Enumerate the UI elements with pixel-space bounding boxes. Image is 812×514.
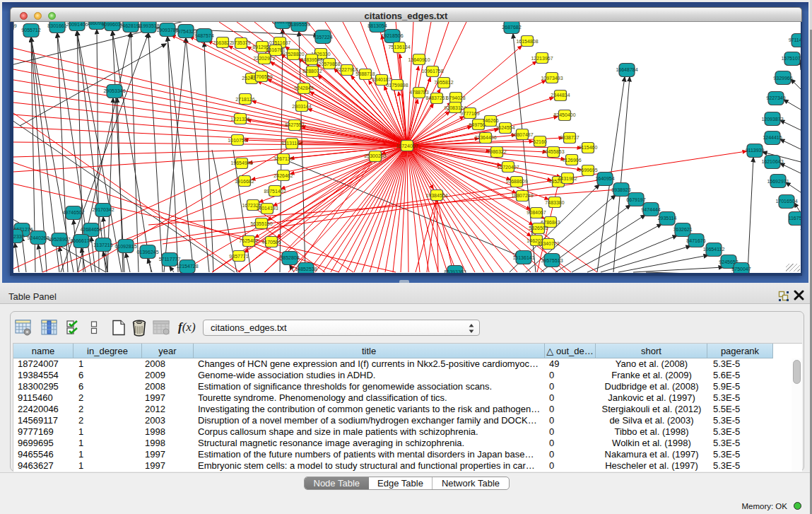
svg-text:19218506: 19218506 bbox=[381, 33, 403, 38]
svg-text:8838737: 8838737 bbox=[560, 135, 579, 140]
svg-text:5888718: 5888718 bbox=[355, 71, 375, 76]
svg-text:99528907: 99528907 bbox=[48, 237, 70, 242]
svg-text:15751074: 15751074 bbox=[781, 56, 801, 61]
svg-text:25300203: 25300203 bbox=[364, 153, 386, 158]
svg-text:19654948: 19654948 bbox=[230, 160, 252, 165]
svg-text:79754323: 79754323 bbox=[175, 29, 196, 34]
svg-text:92440268: 92440268 bbox=[27, 235, 49, 240]
svg-text:56355150: 56355150 bbox=[250, 221, 272, 226]
svg-text:84837261: 84837261 bbox=[425, 95, 447, 100]
svg-text:8471676: 8471676 bbox=[686, 238, 705, 243]
svg-text:7663822: 7663822 bbox=[213, 40, 232, 45]
svg-text:18807249: 18807249 bbox=[511, 193, 533, 198]
svg-text:2122330: 2122330 bbox=[13, 234, 25, 239]
svg-text:3340187: 3340187 bbox=[372, 77, 391, 82]
svg-text:2718126: 2718126 bbox=[235, 97, 254, 102]
svg-text:86666176: 86666176 bbox=[70, 238, 92, 243]
svg-text:5326502: 5326502 bbox=[529, 226, 548, 230]
svg-text:97114710: 97114710 bbox=[789, 37, 801, 42]
svg-text:8813054: 8813054 bbox=[367, 23, 387, 28]
svg-text:12093873: 12093873 bbox=[761, 117, 783, 122]
svg-text:29053346: 29053346 bbox=[103, 88, 125, 93]
svg-text:4126906: 4126906 bbox=[562, 158, 581, 163]
svg-text:20091406: 20091406 bbox=[66, 22, 88, 27]
svg-text:9699695: 9699695 bbox=[578, 168, 597, 173]
svg-text:7357224: 7357224 bbox=[313, 35, 332, 40]
svg-text:8750047: 8750047 bbox=[731, 267, 751, 271]
svg-text:15136141: 15136141 bbox=[512, 255, 534, 260]
svg-text:97528820: 97528820 bbox=[282, 52, 304, 57]
svg-text:49746507: 49746507 bbox=[62, 210, 84, 215]
svg-text:49340722: 49340722 bbox=[537, 241, 559, 246]
svg-text:3852808: 3852808 bbox=[280, 255, 299, 260]
svg-text:39575513: 39575513 bbox=[541, 258, 563, 263]
svg-text:29170342: 29170342 bbox=[92, 207, 114, 212]
svg-text:6679197: 6679197 bbox=[626, 197, 645, 202]
svg-text:14014193: 14014193 bbox=[256, 206, 278, 211]
svg-text:2687682: 2687682 bbox=[502, 25, 521, 30]
svg-text:10973493: 10973493 bbox=[541, 76, 563, 81]
svg-text:1640954: 1640954 bbox=[595, 176, 614, 181]
svg-text:16210643: 16210643 bbox=[761, 159, 783, 164]
svg-text:01092815: 01092815 bbox=[114, 244, 136, 249]
svg-text:3624554: 3624554 bbox=[495, 125, 514, 130]
svg-text:7625402: 7625402 bbox=[239, 238, 258, 243]
svg-text:7955812: 7955812 bbox=[434, 80, 453, 85]
svg-text:16154808: 16154808 bbox=[516, 39, 538, 44]
svg-text:21364436: 21364436 bbox=[474, 135, 496, 140]
svg-text:70455853: 70455853 bbox=[542, 149, 564, 154]
svg-text:10961758: 10961758 bbox=[421, 69, 443, 74]
svg-text:7986322: 7986322 bbox=[487, 149, 506, 154]
svg-text:6794028: 6794028 bbox=[446, 95, 465, 100]
svg-text:9487574: 9487574 bbox=[194, 33, 213, 38]
svg-text:9115460: 9115460 bbox=[579, 145, 598, 150]
svg-text:02227918: 02227918 bbox=[336, 67, 358, 72]
svg-text:1244415: 1244415 bbox=[763, 135, 782, 140]
svg-text:14852538: 14852538 bbox=[295, 267, 317, 271]
svg-text:4788783: 4788783 bbox=[409, 90, 428, 95]
svg-text:87706589: 87706589 bbox=[250, 74, 272, 79]
svg-text:81131144: 81131144 bbox=[281, 141, 302, 146]
svg-text:116753: 116753 bbox=[789, 216, 801, 221]
svg-text:7632621: 7632621 bbox=[673, 227, 692, 232]
svg-text:13640910: 13640910 bbox=[408, 57, 430, 62]
svg-text:9084067: 9084067 bbox=[526, 210, 546, 215]
svg-text:12213967: 12213967 bbox=[531, 56, 553, 61]
svg-text:75136134: 75136134 bbox=[388, 45, 410, 49]
svg-text:20579868: 20579868 bbox=[318, 62, 340, 66]
svg-text:9227349: 9227349 bbox=[766, 95, 785, 100]
svg-text:26018159: 26018159 bbox=[13, 23, 17, 28]
svg-text:82450400: 82450400 bbox=[553, 112, 575, 117]
svg-text:10807487: 10807487 bbox=[511, 132, 533, 137]
svg-text:8427552: 8427552 bbox=[285, 122, 304, 127]
svg-text:17016504: 17016504 bbox=[775, 199, 797, 204]
svg-text:3735379: 3735379 bbox=[231, 40, 250, 45]
svg-text:01759898: 01759898 bbox=[386, 83, 408, 88]
svg-text:9857771: 9857771 bbox=[229, 254, 248, 259]
svg-text:8301661: 8301661 bbox=[47, 23, 66, 28]
svg-text:16648784: 16648784 bbox=[616, 67, 637, 72]
svg-text:01396245: 01396245 bbox=[136, 250, 158, 255]
svg-text:3267130: 3267130 bbox=[273, 156, 293, 161]
svg-text:42684656: 42684656 bbox=[80, 227, 102, 232]
svg-text:22202972: 22202972 bbox=[253, 56, 275, 61]
svg-text:1916682: 1916682 bbox=[235, 179, 254, 184]
svg-text:19384554: 19384554 bbox=[425, 193, 447, 198]
svg-text:8938923: 8938923 bbox=[611, 187, 630, 192]
svg-text:2344834: 2344834 bbox=[551, 93, 570, 98]
svg-text:9055712: 9055712 bbox=[21, 28, 40, 33]
svg-text:1010755: 1010755 bbox=[228, 138, 247, 143]
svg-text:746266: 746266 bbox=[482, 118, 498, 123]
svg-text:1221336: 1221336 bbox=[230, 117, 249, 122]
svg-text:01895559: 01895559 bbox=[288, 22, 310, 27]
svg-text:4431982: 4431982 bbox=[558, 176, 577, 181]
svg-text:8288072: 8288072 bbox=[302, 69, 322, 74]
svg-text:10688609: 10688609 bbox=[505, 179, 527, 184]
svg-text:9474444: 9474444 bbox=[641, 207, 660, 212]
svg-text:9329966: 9329966 bbox=[773, 76, 792, 81]
svg-text:12154728: 12154728 bbox=[176, 264, 198, 269]
svg-text:2935114: 2935114 bbox=[658, 216, 677, 221]
svg-text:2803144: 2803144 bbox=[292, 104, 311, 109]
svg-text:4170586: 4170586 bbox=[261, 240, 281, 245]
svg-text:85393363: 85393363 bbox=[444, 269, 466, 273]
